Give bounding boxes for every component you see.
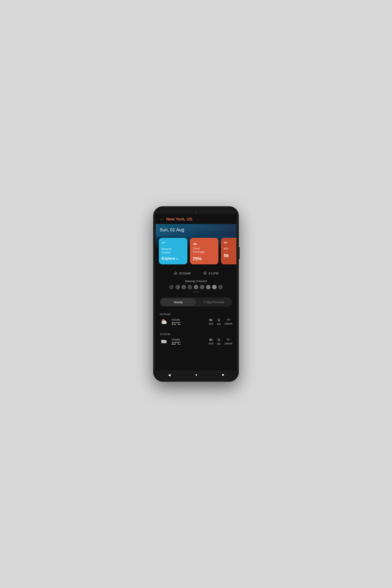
cloud-stat-val-1: 21% (208, 322, 213, 325)
svg-line-19 (218, 320, 218, 321)
rain-stat-1: 0% (217, 318, 220, 326)
rain-stat-val-2: 0% (217, 342, 220, 346)
svg-line-32 (220, 340, 220, 341)
weather-icon-1 (160, 318, 169, 327)
moon-phase-8 (212, 285, 216, 289)
navigation-bar: ◀ ● ■ (156, 370, 236, 379)
nav-home-button[interactable]: ● (191, 372, 201, 378)
cloud-stat-val-2: 41% (208, 342, 213, 345)
date-banner: · · · · Sun, 01 Aug (156, 224, 236, 236)
weather-graphs-icon (162, 241, 184, 246)
weather-condition-1: Clouds (172, 318, 206, 321)
view-toggle-section: Hourly 7 Day Forecast (156, 296, 236, 310)
app-screen: ← New York, US · · · · Sun, 01 Aug Weath… (156, 214, 236, 379)
cloud-stat-icon-1 (209, 318, 213, 322)
back-button[interactable]: ← (160, 217, 164, 222)
weather-icon-2 (160, 337, 169, 346)
cloud-stat-icon-2 (209, 338, 213, 342)
moon-section: Waning Crescent (156, 278, 236, 296)
cloud-coverage-label: CloudCoverage (193, 247, 216, 254)
wind-label: Win (224, 247, 236, 250)
camera-lens (195, 210, 197, 212)
view-toggle: Hourly 7 Day Forecast (160, 298, 232, 307)
hourly-main-1: Clouds 21°C (160, 318, 232, 327)
wind-stat-2: 14km/h (224, 338, 232, 346)
sunrise-item: 05:52AM (174, 271, 191, 276)
wind-stat-val-1: 10km/h (224, 322, 232, 325)
phone-screen: ← New York, US · · · · Sun, 01 Aug Weath… (156, 209, 236, 379)
sun-info: 05:52AM 8:11PM (156, 268, 236, 278)
svg-line-30 (218, 340, 218, 341)
volume-button (239, 247, 240, 259)
wind-stat-val-2: 14km/h (224, 342, 232, 345)
moon-phase-2 (176, 285, 180, 289)
wind-icon (224, 241, 236, 246)
sunrise-icon (174, 271, 178, 276)
weather-graphs-card[interactable]: WeatherGraphs Explore » (159, 238, 188, 264)
moon-phase-1 (169, 285, 174, 289)
hourly-time-1: 09:00AM (160, 313, 232, 316)
moon-phases-row (169, 285, 223, 289)
svg-rect-14 (162, 323, 166, 324)
moon-phase-4 (188, 285, 192, 289)
hourly-list: 09:00AM (156, 310, 236, 370)
weather-temp-1: 21°C (172, 321, 206, 326)
svg-point-5 (204, 272, 206, 274)
svg-point-29 (218, 339, 220, 340)
location-title: New York, US (166, 217, 192, 222)
moon-phase-3 (182, 285, 186, 289)
svg-line-31 (219, 340, 219, 341)
moon-active-indicator (193, 292, 199, 292)
svg-point-18 (218, 319, 220, 320)
wind-stat-1: 10km/h (224, 318, 232, 326)
wind-value: 5k (224, 253, 236, 258)
nav-recent-button[interactable]: ■ (218, 372, 228, 378)
hourly-time-2: 10:00AM (160, 332, 232, 336)
cloud-coverage-value: 75% (193, 256, 216, 262)
hourly-main-2: Clouds 22°C (160, 337, 232, 346)
wind-card[interactable]: Win 5k (221, 238, 236, 264)
cards-row: WeatherGraphs Explore » ☁ CloudCoverage … (156, 236, 236, 268)
app-header: ← New York, US (156, 214, 236, 224)
svg-point-0 (175, 272, 176, 274)
svg-line-21 (220, 320, 220, 321)
wind-stat-icon-2 (226, 338, 230, 342)
svg-rect-25 (161, 342, 166, 343)
svg-point-24 (163, 340, 167, 343)
sunset-time: 8:11PM (209, 272, 218, 275)
moon-phase-7 (206, 285, 210, 289)
cloud-stat-2: 41% (208, 338, 213, 346)
weather-stats-1: 21% (208, 318, 232, 326)
sunset-icon (203, 271, 207, 276)
sunset-item: 8:11PM (203, 271, 218, 276)
hourly-item-1: 09:00AM (156, 310, 236, 330)
weather-temp-2: 22°C (172, 341, 206, 346)
svg-line-20 (219, 320, 219, 321)
moon-phase-label: Waning Crescent (185, 280, 207, 283)
moon-phase-6 (200, 285, 204, 289)
nav-back-button[interactable]: ◀ (164, 372, 174, 378)
explore-button[interactable]: Explore » (162, 256, 184, 261)
explore-arrows: » (176, 257, 178, 260)
weather-stats-2: 41% (208, 338, 232, 346)
phone-device: ← New York, US · · · · Sun, 01 Aug Weath… (153, 206, 239, 382)
cloud-stat-1: 21% (208, 318, 213, 326)
sunrise-time: 05:52AM (179, 272, 191, 275)
rain-stat-val-1: 0% (217, 323, 220, 326)
moon-phase-9 (218, 285, 223, 289)
cloud-coverage-card[interactable]: ☁ CloudCoverage 75% (190, 238, 218, 264)
hourly-tab[interactable]: Hourly (160, 298, 196, 306)
weather-graphs-label: WeatherGraphs (162, 248, 184, 254)
rain-stat-2: 0% (217, 338, 220, 346)
camera-notch (156, 209, 236, 214)
weather-condition-2: Clouds (172, 338, 206, 341)
rain-stat-icon-1 (217, 318, 220, 322)
weather-desc-2: Clouds 22°C (172, 338, 206, 346)
weather-desc-1: Clouds 21°C (172, 318, 206, 326)
forecast-tab[interactable]: 7 Day Forecast (196, 298, 232, 306)
rain-stat-icon-2 (217, 338, 220, 342)
wind-stat-icon-1 (226, 318, 230, 322)
moon-phase-5 (194, 285, 198, 289)
current-date: Sun, 01 Aug (160, 227, 232, 232)
hourly-item-2: 10:00AM Clouds (156, 330, 236, 350)
